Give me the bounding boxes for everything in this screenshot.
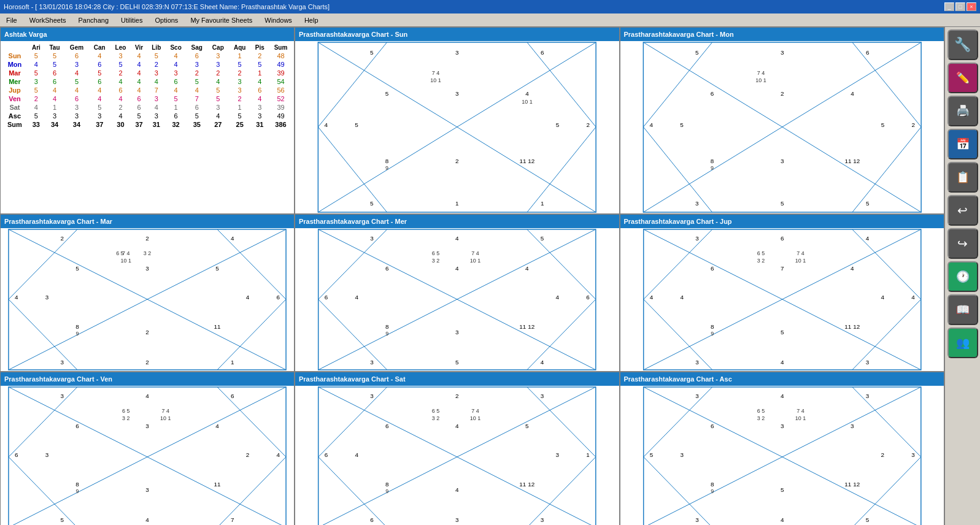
svg-text:6: 6 [325,294,328,301]
calendar-button[interactable]: 📅 [947,129,978,159]
svg-text:2: 2 [145,235,149,242]
clock-button[interactable]: 🕐 [947,261,978,292]
svg-text:11  12: 11 12 [844,323,860,330]
undo-button[interactable]: ↩ [947,195,978,226]
planet-label: Sat [2,103,28,112]
cell-inner-tl: 6 [710,90,714,97]
ashtak-varga-table: Ari Tau Gem Can Leo Vir Lib Sco Sag Cap … [2,44,293,129]
mon-chart-header: Prastharashtakavarga Chart - Mon [620,28,944,41]
svg-text:8: 8 [75,323,79,330]
svg-text:3: 3 [145,487,149,494]
svg-text:3  2: 3 2 [432,258,439,264]
mer-chart-panel: Prastharashtakavarga Chart - Mer 4 5 6 [295,214,620,372]
svg-text:2: 2 [60,235,64,242]
asc-chart-header: Prastharashtakavarga Chart - Asc [620,372,944,386]
svg-text:9: 9 [711,488,714,494]
cell-inner-tl-bot: 10 1 [755,77,766,83]
ven-chart-content: 4 6 4 7 4 5 6 3 6 4 3 3 8 9 11 2 3 [1,386,294,525]
svg-text:3  2: 3 2 [144,250,151,256]
svg-text:4: 4 [355,451,358,458]
sat-chart-header: Prastharashtakavarga Chart - Sat [295,372,619,386]
col-gem: Gem [64,44,89,52]
book-button[interactable]: 📖 [947,294,978,325]
svg-text:3: 3 [455,516,459,523]
svg-text:9: 9 [75,331,79,337]
table-row: Mer 36564446543454 [2,77,293,86]
svg-text:10  1: 10 1 [470,415,480,421]
asc-chart-title: Prastharashtakavarga Chart - Asc [624,375,732,383]
svg-text:4: 4 [525,265,529,272]
svg-text:10  1: 10 1 [795,258,805,264]
main-container: Ashtak Varga Ari Tau Gem Can Leo Vir Lib [0,27,980,525]
menu-file[interactable]: File [2,15,21,25]
planet-label: Mon [2,60,28,69]
menu-favourite[interactable]: My Favourite Sheets [187,15,256,25]
notes-button[interactable]: 📋 [947,162,978,193]
svg-text:3: 3 [680,451,684,458]
mar-chart-header: Prastharashtakavarga Chart - Mar [1,215,294,228]
svg-text:5: 5 [780,329,784,336]
mon-chart-panel: Prastharashtakavarga Chart - Mon 3 6 2 [620,27,945,214]
sun-chart-panel: Prastharashtakavarga Chart - Sun [295,27,620,214]
minimize-button[interactable]: _ [944,2,954,11]
tools-button[interactable]: 🔧 [947,29,978,60]
edit-button[interactable]: ✏️ [947,63,978,93]
menu-windows[interactable]: Windows [261,15,296,25]
print-button[interactable]: 🖨️ [947,96,978,126]
svg-text:7  4: 7 4 [471,408,479,414]
cell-bottom: 1 [455,200,459,207]
planet-label: Ven [2,94,28,103]
svg-text:4: 4 [881,294,884,301]
maximize-button[interactable]: □ [955,2,965,11]
svg-text:3: 3 [370,235,374,242]
table-header-row: Ari Tau Gem Can Leo Vir Lib Sco Sag Cap … [2,44,293,52]
cell-tr: 6 [866,49,870,56]
svg-text:4: 4 [780,393,784,399]
planet-label: Mer [2,77,28,86]
svg-text:4: 4 [556,294,560,301]
col-can: Can [89,44,110,52]
svg-text:3: 3 [865,359,869,366]
close-button[interactable]: × [966,2,976,11]
cell-right-mid: 5 [556,121,560,128]
col-sum: Sum [269,44,293,52]
svg-text:10  1: 10 1 [795,415,805,421]
menu-worksheets[interactable]: WorkSheets [26,15,70,25]
svg-text:3: 3 [145,423,149,429]
svg-text:1: 1 [586,451,590,458]
group-button[interactable]: 👥 [947,328,978,358]
svg-text:8: 8 [710,323,714,330]
svg-text:4: 4 [680,294,684,301]
title-bar: Horosoft - [ 13/01/2016 18:04:28 City : … [0,0,980,13]
svg-text:2: 2 [246,451,250,458]
mon-chart-svg: 3 6 2 5 5 3 4 5 6 4 2 3 8 9 11 12 5 5 [620,41,944,213]
cell-left-mid: 5 [355,121,358,128]
svg-text:2: 2 [455,393,459,399]
svg-text:3: 3 [695,235,699,242]
svg-text:10  1: 10 1 [160,415,171,421]
svg-text:7  4: 7 4 [797,408,804,414]
svg-text:6  5: 6 5 [122,408,129,414]
redo-button[interactable]: ↪ [947,228,978,259]
svg-text:4: 4 [851,265,854,272]
svg-text:10  1: 10 1 [470,258,480,264]
menu-help[interactable]: Help [301,15,322,25]
svg-text:4: 4 [231,235,234,242]
cell-left-mid: 5 [680,121,684,128]
ven-chart-header: Prastharashtakavarga Chart - Ven [1,372,294,386]
svg-text:6: 6 [325,451,328,458]
svg-text:6: 6 [75,423,79,429]
menu-utilities[interactable]: Utilities [117,15,146,25]
svg-text:6: 6 [710,423,714,429]
sun-chart-title: Prastharashtakavarga Chart - Sun [299,31,407,38]
svg-text:8: 8 [385,481,389,488]
svg-text:2: 2 [145,359,149,366]
svg-text:9: 9 [75,488,79,494]
sat-chart-content: 2 3 1 3 3 6 6 3 6 5 4 4 8 9 11 12 3 4 [295,386,619,525]
menu-panchang[interactable]: Panchang [74,15,112,25]
svg-text:3: 3 [556,451,560,458]
svg-text:6  5: 6 5 [432,408,439,414]
cell-left: 4 [649,121,653,128]
menu-options[interactable]: Options [151,15,182,25]
svg-text:9: 9 [711,331,714,337]
